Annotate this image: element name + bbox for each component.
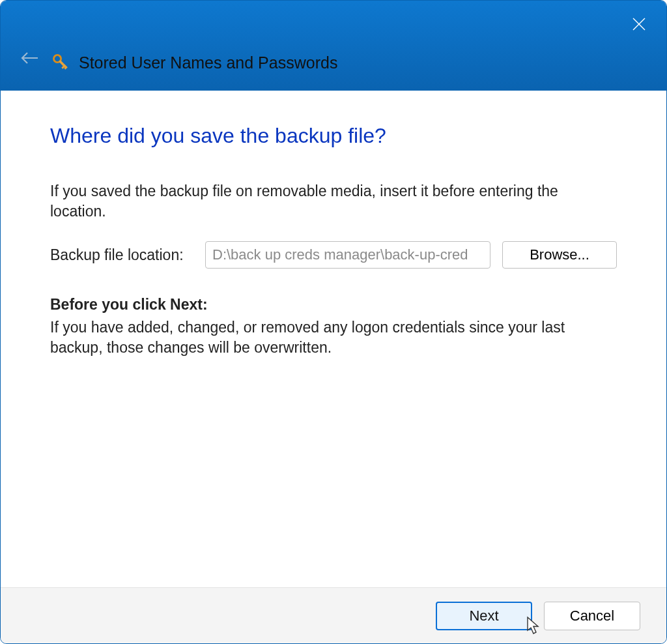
back-arrow-icon xyxy=(20,50,39,66)
back-button[interactable] xyxy=(15,44,44,72)
content-area: Where did you save the backup file? If y… xyxy=(1,91,666,587)
location-row: Backup file location: Browse... xyxy=(50,241,617,269)
intro-text: If you saved the backup file on removabl… xyxy=(50,181,617,222)
backup-location-input[interactable] xyxy=(205,241,490,269)
cancel-button[interactable]: Cancel xyxy=(544,602,640,630)
key-icon xyxy=(50,51,71,72)
close-button[interactable] xyxy=(626,11,652,37)
titlebar: Stored User Names and Passwords xyxy=(1,1,666,91)
browse-button[interactable]: Browse... xyxy=(502,241,617,269)
footer: Next Cancel xyxy=(1,587,666,643)
wizard-window: Stored User Names and Passwords Where di… xyxy=(0,0,667,644)
close-icon xyxy=(632,17,646,31)
window-title: Stored User Names and Passwords xyxy=(79,53,337,72)
warning-text: If you have added, changed, or removed a… xyxy=(50,317,617,358)
page-heading: Where did you save the backup file? xyxy=(50,122,617,150)
next-button[interactable]: Next xyxy=(436,602,532,630)
before-next-heading: Before you click Next: xyxy=(50,295,617,315)
location-label: Backup file location: xyxy=(50,245,193,265)
